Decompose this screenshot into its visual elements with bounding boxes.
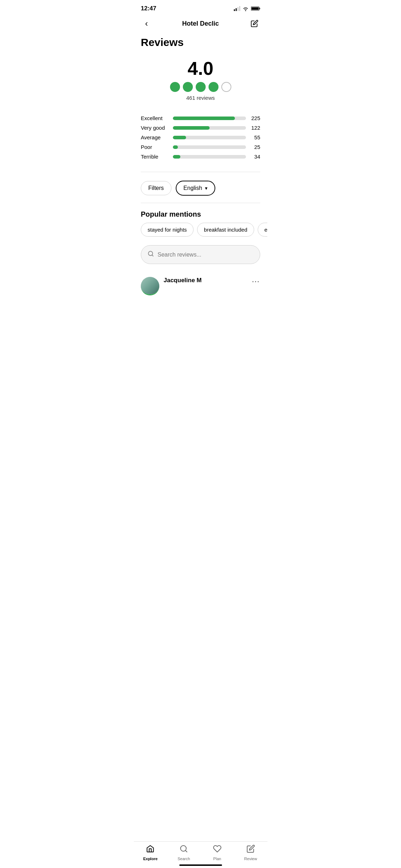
rating-bar-fill bbox=[173, 145, 178, 149]
filters-button[interactable]: Filters bbox=[141, 181, 171, 195]
review-card: Jacqueline M ⋯ bbox=[134, 271, 267, 301]
rating-bar-label: Poor bbox=[141, 144, 173, 150]
more-options-icon[interactable]: ⋯ bbox=[252, 277, 260, 286]
reviewer-info: Jacqueline M bbox=[164, 277, 247, 284]
rating-bar-row: Excellent 225 bbox=[141, 115, 260, 121]
rating-bar-count: 34 bbox=[250, 154, 260, 160]
filter-row: Filters English ▾ bbox=[134, 174, 267, 201]
nav-bar: ‹ Hotel Declic bbox=[134, 15, 267, 33]
rating-score: 4.0 bbox=[187, 59, 213, 78]
rating-bar-container bbox=[173, 136, 246, 139]
language-label: English bbox=[184, 185, 202, 191]
divider-2 bbox=[141, 203, 260, 203]
rating-dots bbox=[170, 82, 231, 92]
rating-bar-count: 225 bbox=[250, 115, 260, 121]
status-time: 12:47 bbox=[141, 5, 156, 12]
chevron-down-icon: ▾ bbox=[205, 185, 207, 191]
mentions-row: stayed for nightsbreakfast includedec... bbox=[134, 223, 267, 242]
svg-rect-1 bbox=[259, 8, 260, 9]
rating-bar-container bbox=[173, 117, 246, 120]
mention-pill[interactable]: stayed for nights bbox=[141, 223, 194, 237]
reviewer-name: Jacqueline M bbox=[164, 277, 247, 284]
rating-bar-count: 55 bbox=[250, 134, 260, 140]
language-dropdown[interactable]: English ▾ bbox=[176, 181, 215, 196]
rating-dot-4 bbox=[209, 82, 219, 92]
search-input[interactable] bbox=[158, 252, 253, 258]
rating-dot-3 bbox=[196, 82, 206, 92]
search-box bbox=[141, 245, 260, 264]
rating-bar-label: Terrible bbox=[141, 154, 173, 160]
edit-icon bbox=[251, 20, 258, 27]
svg-rect-2 bbox=[251, 7, 258, 10]
rating-dot-2 bbox=[183, 82, 193, 92]
rating-bars: Excellent 225 Very good 122 Average 55 P… bbox=[134, 109, 267, 170]
rating-count: 461 reviews bbox=[186, 95, 215, 101]
rating-bar-row: Very good 122 bbox=[141, 125, 260, 131]
reviewer-avatar bbox=[141, 277, 159, 295]
rating-bar-label: Excellent bbox=[141, 115, 173, 121]
rating-bar-container bbox=[173, 126, 246, 130]
rating-bar-row: Average 55 bbox=[141, 134, 260, 140]
svg-line-4 bbox=[152, 255, 153, 256]
rating-bar-fill bbox=[173, 117, 235, 120]
rating-bar-container bbox=[173, 155, 246, 159]
rating-bar-row: Poor 25 bbox=[141, 144, 260, 150]
rating-dot-1 bbox=[170, 82, 180, 92]
back-button[interactable]: ‹ bbox=[141, 18, 152, 29]
rating-bar-row: Terrible 34 bbox=[141, 154, 260, 160]
rating-bar-label: Very good bbox=[141, 125, 173, 131]
status-icons bbox=[234, 6, 260, 11]
search-icon bbox=[148, 250, 154, 259]
status-bar: 12:47 bbox=[134, 0, 267, 15]
rating-bar-count: 122 bbox=[250, 125, 260, 131]
rating-dot-5 bbox=[221, 82, 231, 92]
rating-bar-fill bbox=[173, 136, 186, 139]
nav-title: Hotel Declic bbox=[182, 20, 219, 27]
rating-bar-container bbox=[173, 145, 246, 149]
edit-button[interactable] bbox=[249, 18, 260, 29]
popular-mentions-title: Popular mentions bbox=[134, 205, 267, 223]
wifi-icon bbox=[242, 6, 249, 11]
rating-bar-fill bbox=[173, 126, 210, 130]
avatar-image bbox=[141, 277, 159, 294]
rating-bar-count: 25 bbox=[250, 144, 260, 150]
battery-icon bbox=[251, 6, 260, 11]
rating-bar-label: Average bbox=[141, 134, 173, 140]
page-title: Reviews bbox=[134, 33, 267, 56]
signal-icon bbox=[234, 6, 240, 11]
rating-section: 4.0 461 reviews bbox=[134, 56, 267, 109]
mention-pill[interactable]: breakfast included bbox=[197, 223, 254, 237]
search-container bbox=[134, 242, 267, 271]
divider-1 bbox=[141, 172, 260, 172]
mention-pill[interactable]: ec... bbox=[258, 223, 267, 237]
rating-bar-fill bbox=[173, 155, 180, 159]
